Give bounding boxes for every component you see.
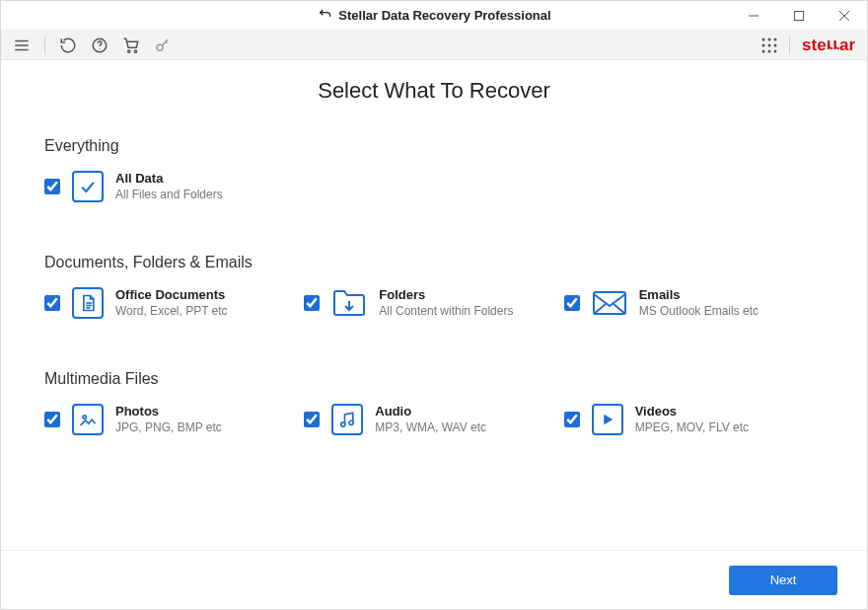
svg-point-10 — [134, 49, 136, 51]
main-content: Select What To Recover Everything All Da… — [1, 60, 867, 550]
document-icon — [72, 287, 104, 319]
svg-point-19 — [768, 49, 771, 52]
toolbar: sterrar — [1, 31, 867, 60]
maximize-button[interactable] — [776, 1, 822, 31]
option-title: Photos — [115, 404, 222, 419]
section-docs: Documents, Folders & Emails Office Docum… — [44, 254, 824, 319]
svg-point-11 — [157, 44, 163, 50]
checkbox-videos[interactable] — [564, 412, 580, 427]
checkbox-audio[interactable] — [304, 412, 320, 427]
option-title: Emails — [639, 287, 759, 302]
option-subtitle: JPG, PNG, BMP etc — [115, 420, 222, 434]
checkbox-photos[interactable] — [44, 412, 60, 427]
titlebar: Stellar Data Recovery Professional — [1, 1, 867, 31]
menu-icon[interactable] — [13, 37, 31, 54]
option-all-data[interactable]: All Data All Files and Folders — [44, 171, 223, 202]
option-title: Office Documents — [115, 287, 228, 302]
svg-point-8 — [99, 48, 100, 49]
folder-download-icon — [331, 287, 367, 319]
svg-rect-1 — [795, 11, 804, 20]
checkbox-folders[interactable] — [304, 295, 320, 311]
option-subtitle: All Content within Folders — [379, 304, 513, 318]
checkbox-emails[interactable] — [564, 295, 580, 311]
separator — [789, 37, 790, 54]
music-note-icon — [331, 404, 363, 435]
svg-point-17 — [774, 43, 777, 46]
checkbox-office-documents[interactable] — [44, 295, 60, 311]
apps-grid-icon[interactable] — [761, 38, 777, 53]
resume-recovery-icon[interactable] — [59, 37, 77, 54]
section-heading-docs: Documents, Folders & Emails — [44, 254, 824, 271]
window-title: Stellar Data Recovery Professional — [338, 8, 550, 23]
option-subtitle: MP3, WMA, WAV etc — [375, 420, 486, 434]
svg-point-16 — [768, 43, 771, 46]
svg-point-26 — [83, 416, 86, 419]
checkbox-all-data[interactable] — [44, 179, 60, 194]
option-subtitle: All Files and Folders — [115, 188, 223, 201]
checkmark-icon — [72, 171, 104, 202]
section-media: Multimedia Files Photos JPG, PNG, BMP et… — [44, 370, 824, 435]
option-folders[interactable]: Folders All Content within Folders — [304, 287, 563, 319]
next-button[interactable]: Next — [729, 566, 837, 595]
separator — [44, 37, 45, 54]
minimize-button[interactable] — [731, 1, 776, 31]
svg-point-12 — [762, 38, 765, 40]
footer: Next — [1, 550, 867, 609]
help-icon[interactable] — [91, 37, 108, 54]
svg-point-13 — [768, 38, 771, 40]
svg-point-27 — [341, 422, 345, 426]
option-title: Audio — [375, 404, 486, 419]
option-audio[interactable]: Audio MP3, WMA, WAV etc — [304, 404, 563, 435]
option-emails[interactable]: Emails MS Outlook Emails etc — [564, 287, 824, 319]
play-icon — [592, 404, 623, 435]
activation-key-icon[interactable] — [154, 37, 172, 54]
svg-point-15 — [762, 43, 765, 46]
photo-icon — [72, 404, 104, 435]
svg-marker-29 — [604, 415, 613, 425]
section-heading-media: Multimedia Files — [44, 370, 824, 388]
back-icon[interactable] — [317, 6, 332, 26]
svg-point-28 — [349, 420, 353, 424]
svg-point-18 — [762, 49, 765, 52]
page-title: Select What To Recover — [44, 78, 824, 104]
svg-point-14 — [774, 38, 777, 40]
option-subtitle: Word, Excel, PPT etc — [115, 304, 228, 318]
option-subtitle: MPEG, MOV, FLV etc — [635, 420, 749, 434]
svg-point-9 — [128, 49, 130, 51]
envelope-icon — [592, 287, 627, 319]
brand-logo: sterrar — [802, 36, 855, 55]
option-photos[interactable]: Photos JPG, PNG, BMP etc — [44, 404, 304, 435]
option-title: Folders — [379, 287, 513, 302]
svg-point-20 — [774, 49, 777, 52]
section-everything: Everything All Data All Files and Folder… — [44, 137, 824, 202]
option-title: All Data — [115, 171, 223, 186]
section-heading-everything: Everything — [44, 137, 824, 155]
option-videos[interactable]: Videos MPEG, MOV, FLV etc — [564, 404, 824, 435]
close-button[interactable] — [822, 1, 867, 31]
buy-icon[interactable] — [122, 37, 140, 54]
option-subtitle: MS Outlook Emails etc — [639, 304, 759, 318]
option-office-documents[interactable]: Office Documents Word, Excel, PPT etc — [44, 287, 304, 319]
option-title: Videos — [635, 404, 749, 419]
window-controls — [731, 1, 867, 31]
app-window: Stellar Data Recovery Professional — [0, 0, 868, 610]
